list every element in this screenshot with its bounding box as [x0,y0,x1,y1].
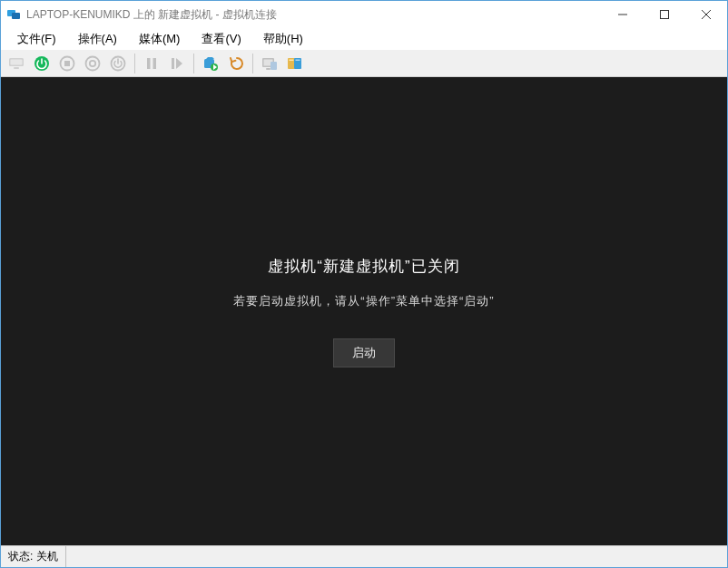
turn-off-button[interactable] [55,52,79,75]
vm-viewport: 虚拟机“新建虚拟机”已关闭 若要启动虚拟机，请从“操作”菜单中选择“启动” 启动 [1,77,727,545]
svg-rect-8 [64,61,70,66]
svg-rect-19 [266,68,271,70]
svg-point-9 [86,56,100,70]
minimize-button[interactable] [602,1,644,28]
status-text: 状态: 关机 [1,546,66,567]
menu-view[interactable]: 查看(V) [191,29,251,49]
close-button[interactable] [685,1,727,28]
svg-rect-2 [661,11,669,19]
menu-file[interactable]: 文件(F) [6,29,67,49]
reset-button[interactable] [165,52,189,75]
ctrl-alt-del-button[interactable] [5,52,28,75]
menu-bar: 文件(F) 操作(A) 媒体(M) 查看(V) 帮助(H) [1,28,727,50]
svg-point-10 [90,60,95,65]
start-button[interactable] [30,52,54,75]
svg-rect-14 [172,58,174,69]
maximize-button[interactable] [644,1,685,28]
pause-button[interactable] [140,52,163,75]
toolbar-separator [134,54,135,73]
shutdown-button[interactable] [81,52,104,75]
app-icon [6,7,21,22]
svg-rect-23 [290,59,294,61]
svg-rect-13 [153,58,157,69]
svg-rect-12 [147,58,151,69]
vm-status-subtext: 若要启动虚拟机，请从“操作”菜单中选择“启动” [233,293,494,309]
checkpoint-button[interactable] [199,52,222,75]
menu-action[interactable]: 操作(A) [67,29,128,49]
svg-rect-24 [296,59,300,61]
svg-rect-20 [271,62,277,70]
menu-media[interactable]: 媒体(M) [128,29,192,49]
save-button[interactable] [106,52,130,75]
toolbar [1,50,727,77]
svg-rect-5 [14,67,19,69]
menu-help[interactable]: 帮助(H) [252,29,314,49]
status-bar: 状态: 关机 [1,545,727,567]
vm-start-button[interactable]: 启动 [333,338,395,367]
vm-status-heading: 虚拟机“新建虚拟机”已关闭 [268,256,459,277]
toolbar-separator [193,54,194,73]
toolbar-separator [252,54,253,73]
svg-rect-4 [11,59,23,64]
title-bar: LAPTOP-KENUMIKD 上的 新建虚拟机 - 虚拟机连接 [1,1,727,28]
revert-button[interactable] [224,52,248,75]
svg-rect-1 [12,13,20,19]
enhanced-session-button[interactable] [258,52,281,75]
share-button[interactable] [283,52,307,75]
window-title: LAPTOP-KENUMIKD 上的 新建虚拟机 - 虚拟机连接 [26,7,277,23]
